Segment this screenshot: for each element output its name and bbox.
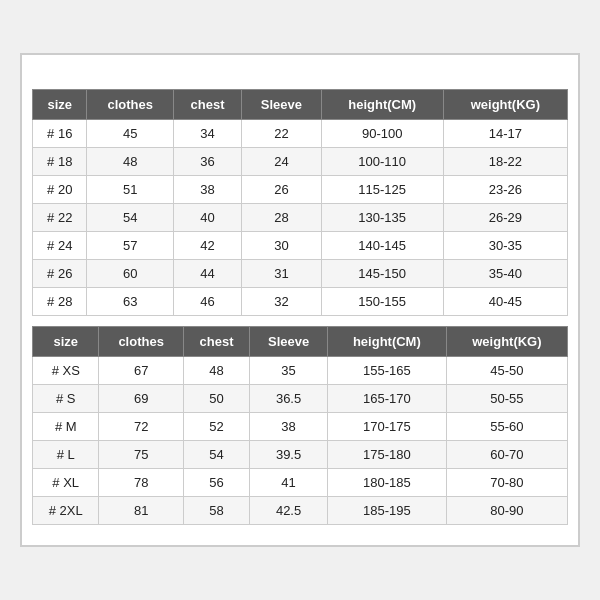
table-cell: # XL xyxy=(33,469,99,497)
table-cell: 36.5 xyxy=(250,385,328,413)
table-cell: 44 xyxy=(173,260,241,288)
table2-header-cell: Sleeve xyxy=(250,327,328,357)
chart-title xyxy=(32,65,568,89)
table-cell: 100-110 xyxy=(321,148,443,176)
table-cell: 50-55 xyxy=(446,385,567,413)
table-cell: # 22 xyxy=(33,204,87,232)
table2-header-cell: weight(KG) xyxy=(446,327,567,357)
table-cell: # 26 xyxy=(33,260,87,288)
table-cell: 69 xyxy=(99,385,183,413)
table-cell: 46 xyxy=(173,288,241,316)
table2-header-cell: size xyxy=(33,327,99,357)
table-row: # 2XL815842.5185-19580-90 xyxy=(33,497,568,525)
table-row: # 26604431145-15035-40 xyxy=(33,260,568,288)
table-cell: 50 xyxy=(183,385,249,413)
table-cell: 67 xyxy=(99,357,183,385)
table-row: # S695036.5165-17050-55 xyxy=(33,385,568,413)
table-cell: 115-125 xyxy=(321,176,443,204)
table-cell: 55-60 xyxy=(446,413,567,441)
table2-header-cell: chest xyxy=(183,327,249,357)
table-cell: 35 xyxy=(250,357,328,385)
table-cell: 30-35 xyxy=(443,232,567,260)
table-cell: 23-26 xyxy=(443,176,567,204)
table-cell: 22 xyxy=(242,120,322,148)
size-chart-container: sizeclotheschestSleeveheight(CM)weight(K… xyxy=(20,53,580,547)
table1-header-cell: height(CM) xyxy=(321,90,443,120)
table-cell: 54 xyxy=(183,441,249,469)
table-cell: 26 xyxy=(242,176,322,204)
table-cell: # L xyxy=(33,441,99,469)
table-cell: 58 xyxy=(183,497,249,525)
table-cell: 60 xyxy=(87,260,173,288)
table-cell: 70-80 xyxy=(446,469,567,497)
table-cell: 14-17 xyxy=(443,120,567,148)
table-cell: 24 xyxy=(242,148,322,176)
table-cell: # 2XL xyxy=(33,497,99,525)
table1-header-cell: clothes xyxy=(87,90,173,120)
table-cell: 45 xyxy=(87,120,173,148)
table-row: # 28634632150-15540-45 xyxy=(33,288,568,316)
table-row: # 20513826115-12523-26 xyxy=(33,176,568,204)
table-row: # 24574230140-14530-35 xyxy=(33,232,568,260)
table2-header-cell: clothes xyxy=(99,327,183,357)
table1-header-cell: weight(KG) xyxy=(443,90,567,120)
table-cell: 35-40 xyxy=(443,260,567,288)
table1-header-row: sizeclotheschestSleeveheight(CM)weight(K… xyxy=(33,90,568,120)
table-cell: 72 xyxy=(99,413,183,441)
table-cell: 155-165 xyxy=(327,357,446,385)
table-cell: 48 xyxy=(87,148,173,176)
table-cell: 38 xyxy=(173,176,241,204)
table2-header-row: sizeclotheschestSleeveheight(CM)weight(K… xyxy=(33,327,568,357)
table-cell: 38 xyxy=(250,413,328,441)
table-cell: # M xyxy=(33,413,99,441)
table-cell: 40 xyxy=(173,204,241,232)
table-cell: 81 xyxy=(99,497,183,525)
table-cell: 18-22 xyxy=(443,148,567,176)
table-cell: 42 xyxy=(173,232,241,260)
table-cell: 40-45 xyxy=(443,288,567,316)
table-row: # 1645342290-10014-17 xyxy=(33,120,568,148)
table-cell: 60-70 xyxy=(446,441,567,469)
table-cell: 34 xyxy=(173,120,241,148)
table1-header-cell: chest xyxy=(173,90,241,120)
size-table-1: sizeclotheschestSleeveheight(CM)weight(K… xyxy=(32,89,568,316)
table-cell: 45-50 xyxy=(446,357,567,385)
table-row: # L755439.5175-18060-70 xyxy=(33,441,568,469)
table-cell: 51 xyxy=(87,176,173,204)
table-cell: 56 xyxy=(183,469,249,497)
table-row: # XL785641180-18570-80 xyxy=(33,469,568,497)
table-cell: 170-175 xyxy=(327,413,446,441)
table-cell: 90-100 xyxy=(321,120,443,148)
table-cell: 180-185 xyxy=(327,469,446,497)
table-row: # XS674835155-16545-50 xyxy=(33,357,568,385)
table-cell: # 20 xyxy=(33,176,87,204)
table-cell: # 28 xyxy=(33,288,87,316)
table-cell: # 16 xyxy=(33,120,87,148)
table-cell: 78 xyxy=(99,469,183,497)
table-cell: # 18 xyxy=(33,148,87,176)
table-row: # 18483624100-11018-22 xyxy=(33,148,568,176)
table-cell: 36 xyxy=(173,148,241,176)
table-cell: # S xyxy=(33,385,99,413)
table-cell: 57 xyxy=(87,232,173,260)
size-table-2: sizeclotheschestSleeveheight(CM)weight(K… xyxy=(32,326,568,525)
table-row: # M725238170-17555-60 xyxy=(33,413,568,441)
table-row: # 22544028130-13526-29 xyxy=(33,204,568,232)
table-cell: 150-155 xyxy=(321,288,443,316)
table-cell: 31 xyxy=(242,260,322,288)
table-cell: 185-195 xyxy=(327,497,446,525)
table1-header-cell: size xyxy=(33,90,87,120)
table1-body: # 1645342290-10014-17# 18483624100-11018… xyxy=(33,120,568,316)
table-cell: 48 xyxy=(183,357,249,385)
table2-header-cell: height(CM) xyxy=(327,327,446,357)
table-cell: # 24 xyxy=(33,232,87,260)
table-cell: 80-90 xyxy=(446,497,567,525)
table-cell: 165-170 xyxy=(327,385,446,413)
table-cell: 52 xyxy=(183,413,249,441)
table-cell: 130-135 xyxy=(321,204,443,232)
table-cell: 30 xyxy=(242,232,322,260)
table-cell: 39.5 xyxy=(250,441,328,469)
table-cell: 41 xyxy=(250,469,328,497)
table-cell: # XS xyxy=(33,357,99,385)
table-cell: 175-180 xyxy=(327,441,446,469)
